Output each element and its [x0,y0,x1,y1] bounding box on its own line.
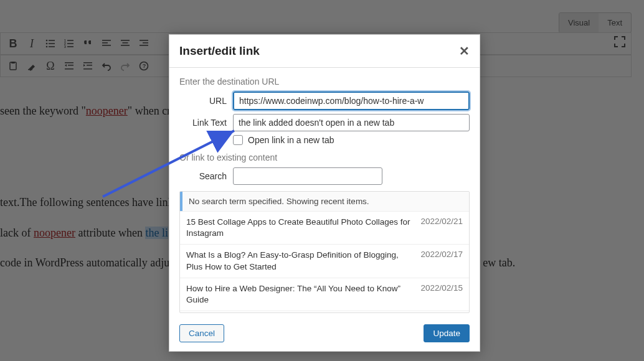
results-hint: No search term specified. Showing recent… [180,192,469,211]
close-icon[interactable]: ✕ [459,44,470,59]
open-new-tab-label: Open link in a new tab [248,135,334,145]
search-input[interactable] [233,167,382,185]
existing-content-hint: Or link to existing content [179,152,470,162]
url-hint: Enter the destination URL [179,77,470,87]
url-label: URL [179,96,227,106]
modal-footer: Cancel Update [169,318,480,351]
modal-title: Insert/edit link [179,44,260,58]
result-title: How to Hire a Web Designer: The “All You… [186,283,413,306]
list-item[interactable]: How to Hire a Web Designer: The “All You… [180,278,469,311]
search-label: Search [179,171,227,181]
linktext-label: Link Text [179,118,227,128]
insert-link-modal: Insert/edit link ✕ Enter the destination… [169,34,480,352]
result-title: 15 Best Collage Apps to Create Beautiful… [186,217,413,239]
open-new-tab-checkbox[interactable] [233,135,243,145]
results-list: No search term specified. Showing recent… [179,191,470,313]
url-input[interactable] [233,91,470,110]
result-title: What Is a Blog? An Easy-to-Grasp Definit… [186,250,413,272]
update-button[interactable]: Update [424,324,470,342]
result-date: 2022/02/17 [420,250,463,259]
cancel-button[interactable]: Cancel [179,324,224,342]
list-item[interactable]: Wix Review: Is Wix the Right Website Bui… [180,311,469,313]
list-item[interactable]: What Is a Blog? An Easy-to-Grasp Definit… [180,244,469,277]
linktext-input[interactable] [233,114,470,131]
result-date: 2022/02/21 [420,217,463,226]
result-date: 2022/02/15 [420,283,463,293]
list-item[interactable]: 15 Best Collage Apps to Create Beautiful… [180,211,469,244]
modal-header: Insert/edit link ✕ [169,35,480,68]
